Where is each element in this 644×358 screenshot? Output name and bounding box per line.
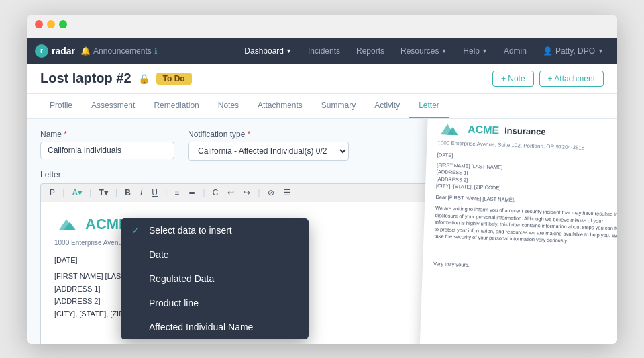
toolbar-sep5: | [203,187,205,197]
status-badge[interactable]: To Do [156,73,192,85]
toolbar-bold[interactable]: B [121,187,134,199]
notification-select[interactable]: California - Affected Individual(s) 0/2 [188,142,349,161]
dropdown-item-4-label: Affected Individual Name [149,322,253,332]
preview-company-name: ACME [468,122,500,138]
dropdown-item-date[interactable]: ✓ Date [121,242,309,267]
logo-icon: r [35,44,48,58]
nav-resources[interactable]: Resources ▼ [395,44,452,58]
company-mountain-icon [54,215,78,232]
toolbar-sep1: | [62,187,64,197]
dropdown-item-select[interactable]: ✓ Select data to insert [121,218,309,242]
note-button[interactable]: + Note [492,71,534,87]
tab-letter[interactable]: Letter [409,94,449,118]
page-header: Lost laptop #2 🔒 To Do + Note + Attachme… [27,64,617,94]
header-actions: + Note + Attachment [492,71,604,87]
user-icon: 👤 [543,46,553,56]
dropdown-item-1-label: Date [149,249,169,260]
insert-data-dropdown[interactable]: ✓ Select data to insert ✓ Date ✓ Regulat… [121,218,309,339]
nav-dashboard[interactable]: Dashboard ▼ [239,44,297,58]
toolbar-sep4: | [165,187,167,197]
notification-type-group: Notification type * California - Affecte… [188,130,349,161]
notification-required: * [248,130,251,139]
toolbar-text-t[interactable]: T▾ [95,187,111,199]
resources-chevron: ▼ [441,48,447,54]
name-label-text: Name [40,130,62,139]
notification-label: Notification type * [188,130,349,139]
window-minimize-dot[interactable] [47,20,55,28]
name-input[interactable] [40,142,174,159]
dropdown-item-individual[interactable]: ✓ Affected Individual Name [121,315,309,339]
username: Patty, DPO [555,46,595,56]
tab-assessment[interactable]: Assessment [82,94,144,118]
incidents-label: Incidents [308,46,340,56]
nav-reports[interactable]: Reports [351,44,390,58]
preview-closing: Very truly yours, [433,260,617,274]
window-close-dot[interactable] [35,20,43,28]
name-field-group: Name * [40,130,174,161]
logo: r radar [35,44,75,58]
help-label: Help [463,46,480,56]
toolbar-sep6: | [258,187,260,197]
toolbar-font-a[interactable]: A▾ [68,187,85,199]
logo-text: radar [52,46,75,56]
announcements-link[interactable]: 🔔 Announcements ℹ [80,46,158,56]
toolbar-p[interactable]: P [46,187,58,199]
window-maximize-dot[interactable] [59,20,67,28]
toolbar-italic[interactable]: I [137,187,146,199]
dropdown-item-product[interactable]: ✓ Product line [121,291,309,315]
preview-mountain-icon [438,120,463,138]
user-menu[interactable]: 👤 Patty, DPO ▼ [537,44,609,58]
check-icon: ✓ [131,225,142,236]
preview-body1: We are writing to inform you of a recent… [434,205,617,247]
resources-label: Resources [400,46,439,56]
name-label: Name * [40,130,174,139]
toolbar-sep2: | [89,187,91,197]
info-icon: ℹ [154,46,158,56]
preview-insurance-label: Insurance [504,124,546,138]
toolbar-sep3: | [115,187,117,197]
toolbar-no-link[interactable]: ⊘ [264,187,278,199]
dashboard-label: Dashboard [244,46,284,56]
name-required: * [64,130,67,139]
nav-admin[interactable]: Admin [498,44,532,58]
tab-attachments[interactable]: Attachments [248,94,312,118]
toolbar-code[interactable]: C [209,187,222,199]
dropdown-item-3-label: Product line [149,298,199,308]
announcements-label: Announcements [93,46,152,56]
nav-help[interactable]: Help ▼ [458,44,493,58]
dropdown-item-2-label: Regulated Data [149,273,214,284]
dropdown-item-0-label: Select data to insert [149,225,232,236]
toolbar-ulist[interactable]: ≡ [171,187,182,199]
preview-panel: ACME Insurance 1000 Enterprise Avenue, S… [417,119,617,344]
tab-remediation[interactable]: Remediation [144,94,208,118]
tab-summary[interactable]: Summary [312,94,365,118]
tab-notes[interactable]: Notes [209,94,248,118]
bell-icon: 🔔 [80,46,91,56]
toolbar-underline[interactable]: U [148,187,161,199]
preview-body: [DATE] [FIRST NAME] [LAST NAME] [ADDRESS… [433,152,617,274]
toolbar-align[interactable]: ☰ [280,187,294,199]
nav-incidents[interactable]: Incidents [303,44,345,58]
reports-label: Reports [356,46,384,56]
toolbar-undo[interactable]: ↩ [224,187,237,199]
admin-label: Admin [504,46,527,56]
attachment-button[interactable]: + Attachment [539,71,604,87]
page-title: Lost laptop #2 [40,71,131,86]
tab-activity[interactable]: Activity [365,94,409,118]
dropdown-item-regulated[interactable]: ✓ Regulated Data [121,267,309,291]
tab-profile[interactable]: Profile [40,94,82,118]
dashboard-chevron: ▼ [286,48,292,54]
tabs: Profile Assessment Remediation Notes Att… [27,94,617,119]
toolbar-redo[interactable]: ↪ [240,187,254,199]
notification-label-text: Notification type [188,130,245,139]
content-area: Name * Notification type * California - … [27,119,617,344]
user-chevron: ▼ [598,48,604,54]
help-chevron: ▼ [482,48,488,54]
lock-icon: 🔒 [138,73,150,84]
toolbar-olist[interactable]: ≣ [185,187,199,199]
top-nav: r radar 🔔 Announcements ℹ Dashboard ▼ In… [27,38,617,64]
